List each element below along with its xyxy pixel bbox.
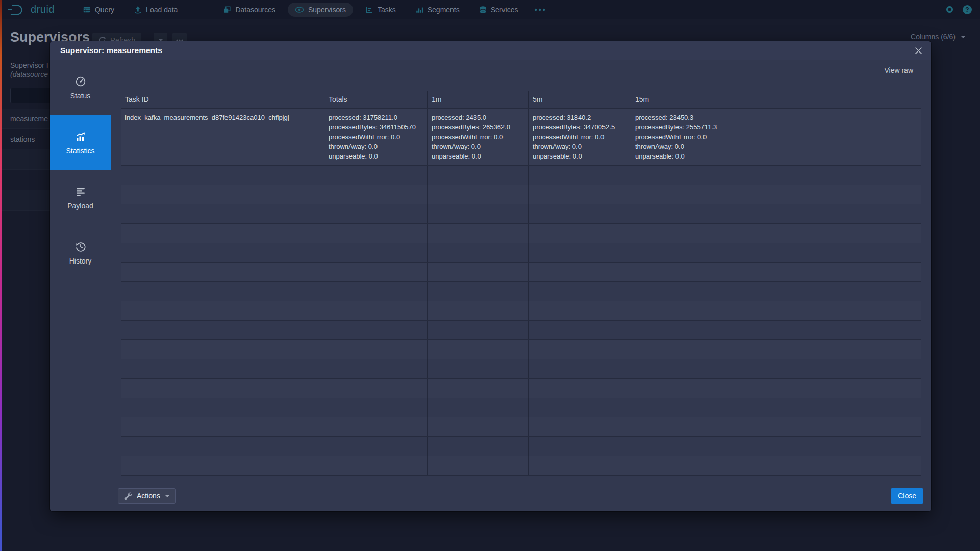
tab-label: Status [70,92,91,100]
nav-item-tasks[interactable]: Tasks [358,3,403,17]
stat-line: unparseable: 0.0 [533,151,626,161]
tab-history[interactable]: History [50,225,111,280]
empty-cell [121,282,324,301]
tab-label: History [69,257,92,265]
nav-item-datasources[interactable]: Datasources [216,3,283,17]
empty-cell [428,224,529,243]
column-header-task-id[interactable]: Task ID [121,91,324,108]
close-x-icon[interactable] [912,44,925,57]
columns-dropdown[interactable]: Columns (6/6) [911,33,966,41]
datasources-icon [223,6,231,14]
cell-15m: processed: 23450.3 processedBytes: 25557… [631,109,731,165]
empty-cell [324,398,428,417]
druid-logo[interactable]: druid [7,4,55,16]
empty-cell [529,282,631,301]
view-raw-link[interactable]: View raw [884,66,913,74]
column-header-1m[interactable]: 1m [428,91,529,108]
empty-cell [631,456,731,475]
empty-cell [731,301,921,320]
cell-5m: processed: 31840.2 processedBytes: 34700… [529,109,631,165]
cell-blank [731,109,921,165]
stat-line: processedBytes: 3470052.5 [533,122,626,132]
empty-cell [324,379,428,398]
empty-cell [324,263,428,281]
empty-cell [428,166,529,185]
stat-line: unparseable: 0.0 [329,151,423,161]
stat-line: processedWithError: 0.0 [533,132,626,142]
table-row-empty [121,243,921,263]
nav-item-query[interactable]: Query [76,3,121,17]
empty-cell [121,321,324,339]
empty-cell [428,417,529,436]
empty-cell [631,224,731,243]
column-header-15m[interactable]: 15m [631,91,731,108]
column-header-blank [731,91,921,108]
settings-gear-icon[interactable] [945,5,954,14]
table-row-empty [121,166,921,185]
druid-spiral-icon [7,4,27,16]
empty-cell [121,224,324,243]
help-icon[interactable]: ? [963,5,972,14]
table-row-empty [121,321,921,340]
columns-label: Columns (6/6) [911,33,956,41]
stat-line: processedWithError: 0.0 [329,132,423,142]
nav-item-load-data[interactable]: Load data [127,3,185,17]
nav-item-segments[interactable]: Segments [408,3,467,17]
stat-line: processedBytes: 2555711.3 [635,122,726,132]
empty-cell [731,243,921,262]
tab-payload[interactable]: Payload [50,170,111,225]
empty-cell [731,224,921,243]
column-header-5m[interactable]: 5m [529,91,631,108]
empty-cell [529,417,631,436]
more-ellipsis-icon [534,8,545,11]
cell-1m: processed: 2435.0 processedBytes: 265362… [428,109,529,165]
empty-cell [324,456,428,475]
table-row-empty [121,437,921,456]
empty-cell [731,321,921,339]
empty-cell [731,398,921,417]
empty-cell [529,398,631,417]
empty-cell [121,263,324,281]
stat-line: thrownAway: 0.0 [432,142,524,151]
empty-cell [121,185,324,204]
empty-cell [324,321,428,339]
empty-cell [428,243,529,262]
wrench-icon [124,492,132,500]
empty-cell [631,204,731,223]
stat-line: thrownAway: 0.0 [329,142,423,151]
tab-statistics[interactable]: Statistics [50,115,111,170]
nav-item-label: Services [491,6,518,14]
table-row-empty [121,301,921,321]
list-item-label: stations [10,135,35,143]
actions-button[interactable]: Actions [118,488,176,504]
table-row-empty [121,282,921,301]
nav-item-services[interactable]: Services [472,3,525,17]
empty-cell [428,321,529,339]
empty-cell [428,204,529,223]
empty-cell [121,379,324,398]
stat-line: processed: 31840.2 [533,113,626,122]
filter-column-header: Supervisor I [10,61,48,69]
empty-cell [631,243,731,262]
column-header-totals[interactable]: Totals [324,91,428,108]
caret-down-icon [165,495,170,497]
empty-cell [324,437,428,456]
tab-status[interactable]: Status [50,60,111,115]
close-button[interactable]: Close [891,488,923,504]
empty-cell [631,340,731,359]
table-row-empty [121,204,921,224]
stat-line: processedWithError: 0.0 [432,132,524,142]
nav-item-supervisors[interactable]: Supervisors [288,3,353,17]
empty-cell [631,282,731,301]
empty-cell [428,340,529,359]
table-header-row: Task ID Totals 1m 5m 15m [121,91,921,109]
empty-cell [631,166,731,185]
cell-task-id[interactable]: index_kafka_measurements_d87fe91423ca010… [121,109,324,165]
statistics-table: Task ID Totals 1m 5m 15m index_kafka_mea… [121,91,921,476]
empty-cell [731,204,921,223]
empty-cell [731,417,921,436]
nav-more-button[interactable] [530,5,549,14]
stat-line: thrownAway: 0.0 [635,142,726,151]
stat-line: unparseable: 0.0 [635,151,726,161]
empty-cell [731,263,921,281]
